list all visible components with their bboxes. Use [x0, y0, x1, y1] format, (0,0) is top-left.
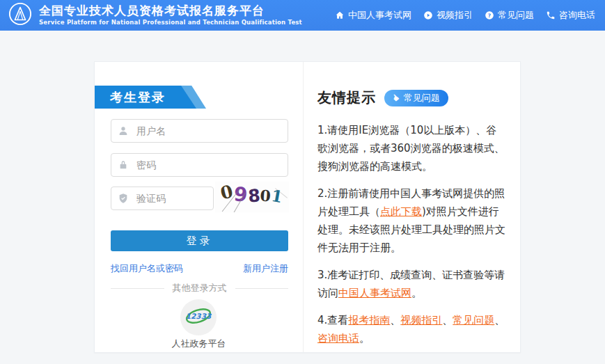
login-banner: 考生登录: [95, 86, 207, 109]
nav-video-guide[interactable]: 视频指引: [423, 9, 473, 22]
tip-1: 1.请使用IE浏览器（10以上版本）、谷歌浏览器，或者360浏览器的极速模式、搜…: [317, 121, 506, 175]
register-link[interactable]: 新用户注册: [243, 262, 288, 275]
phone-icon: [546, 10, 556, 20]
lock-icon: [118, 159, 129, 171]
exam-guide-link[interactable]: 报考指南: [348, 314, 390, 326]
sso-12333-logo-icon: 12333: [184, 307, 212, 328]
nav-faq[interactable]: ? 常见问题: [485, 9, 534, 22]
other-login-divider: 其他登录方式: [111, 282, 288, 294]
user-icon: [118, 125, 129, 136]
site-subtitle: Service Platform for National Profession…: [39, 19, 302, 26]
password-input[interactable]: [111, 153, 288, 177]
faq-link[interactable]: 常见问题: [453, 314, 494, 326]
svg-text:?: ?: [488, 13, 491, 19]
top-header: 全国专业技术人员资格考试报名服务平台 Service Platform for …: [0, 0, 605, 31]
sso-12333-button[interactable]: 12333: [180, 299, 217, 335]
tips-header: 友情提示 ☚ 常见问题: [317, 88, 506, 107]
home-icon: [335, 10, 345, 20]
nav-cpta-website[interactable]: 中国人事考试网: [335, 9, 411, 22]
tip-3: 3.准考证打印、成绩查询、证书查验等请访问中国人事考试网。: [317, 266, 506, 302]
main-card: 考生登录 0 9 8 0 1: [94, 61, 521, 353]
sso-platform-label: 人社政务平台: [95, 338, 303, 350]
login-panel: 考生登录 0 9 8 0 1: [95, 62, 303, 352]
faq-badge-button[interactable]: ☚ 常见问题: [384, 90, 448, 106]
username-input[interactable]: [111, 119, 288, 143]
captcha-digit: 0: [219, 182, 235, 202]
site-emblem-icon: [8, 2, 32, 29]
header-nav: 中国人事考试网 视频指引 ? 常见问题 咨询电话: [335, 0, 595, 31]
forgot-credentials-link[interactable]: 找回用户名或密码: [111, 262, 183, 275]
brand: 全国专业技术人员资格考试报名服务平台 Service Platform for …: [8, 2, 302, 29]
account-links-row: 找回用户名或密码 新用户注册: [111, 262, 288, 275]
cpta-website-link[interactable]: 中国人事考试网: [338, 287, 411, 299]
video-icon: [423, 10, 433, 20]
hotline-link[interactable]: 咨询电话: [317, 332, 359, 345]
hand-pointer-icon: ☚: [389, 92, 401, 104]
username-field-wrap: [111, 119, 288, 143]
tip-2: 2.注册前请使用中国人事考试网提供的照片处理工具（点此下载)对照片文件进行处理。…: [317, 184, 506, 257]
download-photo-tool-link[interactable]: 点此下载: [380, 205, 422, 218]
svg-text:12333: 12333: [186, 312, 212, 320]
video-guide-link[interactable]: 视频指引: [400, 314, 442, 326]
nav-hotline[interactable]: 咨询电话: [546, 9, 595, 22]
other-login-label: 其他登录方式: [173, 282, 227, 294]
shield-check-icon: [118, 193, 129, 204]
captcha-field-wrap: [111, 187, 214, 210]
captcha-digit: 8: [248, 187, 261, 205]
site-title: 全国专业技术人员资格考试报名服务平台: [39, 4, 302, 18]
password-field-wrap: [111, 153, 288, 177]
captcha-image[interactable]: 0 9 8 0 1: [215, 182, 289, 212]
login-button[interactable]: 登录: [111, 230, 288, 251]
login-banner-title: 考生登录: [95, 86, 166, 109]
tips-title: 友情提示: [317, 88, 376, 107]
tips-panel: 友情提示 ☚ 常见问题 1.请使用IE浏览器（10以上版本）、谷歌浏览器，或者3…: [303, 62, 520, 352]
question-icon: ?: [485, 10, 494, 20]
tip-4: 4.查看报考指南、视频指引、常见问题、咨询电话。: [317, 311, 506, 347]
